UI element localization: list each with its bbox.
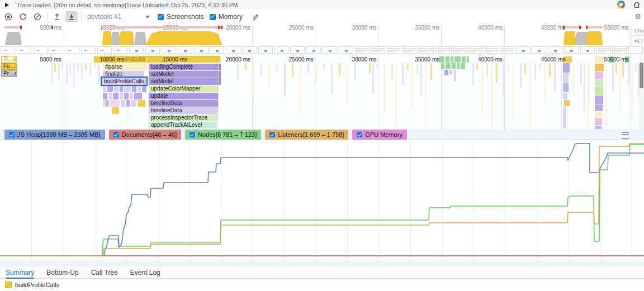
screenshot-thumbnail[interactable] [500,46,514,54]
load-profile-button[interactable] [51,11,63,22]
reload-and-record-button[interactable] [17,11,29,22]
screenshot-thumbnail[interactable] [258,46,273,54]
screenshot-thumbnail[interactable] [371,46,385,54]
flame-mini-entry[interactable] [114,85,119,92]
counter-checkbox[interactable] [113,132,119,137]
screenshot-thumbnail[interactable] [113,46,128,54]
screenshot-thumbnail[interactable] [532,46,546,54]
flame-entry[interactable]: update [149,93,219,99]
flame-mini-entry[interactable] [138,85,141,92]
screenshot-thumbnail[interactable] [145,46,160,54]
flame-entry-clipped[interactable]: Pr…d [1,70,17,77]
flame-mini-entry[interactable] [103,85,106,92]
screenshot-thumbnail[interactable] [81,46,96,54]
screenshot-thumbnail[interactable] [65,46,79,54]
screenshot-thumbnail[interactable] [564,46,579,54]
flame-entry[interactable]: setModel [149,78,219,85]
screenshot-thumbnail[interactable] [612,46,627,54]
screenshot-thumbnail[interactable] [387,46,401,54]
tab-summary[interactable]: Summary [6,266,34,279]
screenshot-thumbnail[interactable] [194,46,209,54]
flame-entry[interactable]: appendTrackAtLevel [149,122,217,128]
flame-entry[interactable]: #parse [103,64,148,70]
screenshot-thumbnail[interactable] [419,46,434,54]
screenshot-thumbnail[interactable] [323,46,337,54]
screenshot-thumbnail[interactable] [290,46,305,54]
flame-entry[interactable]: processInspectorTrace [149,115,219,121]
menu-icon[interactable] [622,132,629,139]
screenshot-thumbnail[interactable] [17,46,31,54]
flame-mini-entry[interactable] [132,85,136,92]
screenshot-thumbnail[interactable] [242,46,257,54]
screenshot-thumbnail[interactable] [467,46,482,54]
screenshot-thumbnail[interactable] [596,46,611,54]
flame-mini-entry[interactable] [124,93,129,99]
flame-mini-entry[interactable] [219,71,221,78]
screenshot-filmstrip[interactable] [0,46,644,55]
flame-mini-entry[interactable] [124,85,131,92]
flame-scrollbar[interactable] [639,55,644,130]
memory-checkbox[interactable] [210,14,216,20]
flame-mini-entry[interactable] [110,100,120,107]
screenshot-thumbnail[interactable] [484,46,498,54]
flame-scrollbar-thumb[interactable] [640,63,643,88]
counter-checkbox[interactable] [357,132,362,137]
history-dropdown[interactable]: devtools #1 [87,13,150,21]
tab-bottom-up[interactable]: Bottom-Up [46,266,78,279]
flame-mini-entry[interactable] [126,100,130,107]
screenshot-thumbnail[interactable] [49,46,63,54]
tab-call-tree[interactable]: Call Tree [91,266,118,279]
flame-entry[interactable]: finalize [103,71,144,78]
counter-checkbox[interactable] [190,132,195,137]
flame-entry[interactable]: updateColorMapper [149,85,219,92]
screenshots-checkbox[interactable] [158,14,164,20]
flame-mini-entry[interactable] [142,85,146,92]
screenshot-thumbnail[interactable] [355,46,370,54]
flame-entry[interactable]: timelineData [149,100,219,107]
screenshot-thumbnail[interactable] [580,46,595,54]
flame-mini-entry[interactable] [134,93,142,99]
flame-mini-entry[interactable] [121,100,125,107]
flame-mini-entry[interactable] [138,100,145,107]
screenshot-thumbnail[interactable] [129,46,144,54]
flame-entry[interactable]: setModel [149,71,219,78]
flame-mini-entry[interactable] [103,93,107,99]
flame-mini-entry[interactable] [107,85,113,92]
screenshot-thumbnail[interactable] [516,46,531,54]
flame-mini-entry[interactable] [113,93,119,99]
flame-mini-entry[interactable] [103,100,106,107]
screenshot-thumbnail[interactable] [226,46,240,54]
settings-gear-icon[interactable]: ⚙ [634,12,641,21]
record-button[interactable] [2,11,15,22]
flame-mini-entry[interactable] [112,107,119,114]
clear-button[interactable] [31,11,44,22]
screenshot-thumbnail[interactable] [339,46,353,54]
flame-entry-clipped[interactable]: Fu…ll [1,63,17,70]
screenshot-thumbnail[interactable] [274,46,289,54]
flame-entry-clipped[interactable]: Ti…d [1,56,17,63]
screenshot-thumbnail[interactable] [628,46,643,54]
screenshot-thumbnail[interactable] [33,46,48,54]
flame-mini-entry[interactable] [130,93,133,99]
play-icon[interactable] [5,3,9,7]
screenshot-thumbnail[interactable] [306,46,321,54]
flame-entry[interactable]: timelineData [149,107,219,114]
screenshot-thumbnail[interactable] [451,46,466,54]
flame-mini-entry[interactable] [131,100,136,107]
memory-chart[interactable] [0,140,644,260]
screenshot-thumbnail[interactable] [210,46,224,54]
tab-event-log[interactable]: Event Log [130,266,160,279]
flame-chart[interactable]: Run microtasks#parseloadingCompletefinal… [0,55,644,130]
timeline-minimap[interactable]: 5000 ms10000 ms15000 ms20000 ms25000 ms3… [0,24,644,46]
flame-entry[interactable]: loadingComplete [149,64,219,70]
flame-mini-entry[interactable] [120,85,123,92]
screenshot-thumbnail[interactable] [1,46,15,54]
screenshot-thumbnail[interactable] [162,46,176,54]
flame-entry[interactable]: buildProfileCalls [102,78,146,85]
home-icon[interactable] [633,1,641,8]
screenshot-thumbnail[interactable] [548,46,562,54]
collect-garbage-icon[interactable] [249,11,262,22]
flame-mini-entry[interactable] [106,100,108,107]
screenshot-thumbnail[interactable] [178,46,192,54]
flame-mini-entry[interactable] [219,64,221,70]
